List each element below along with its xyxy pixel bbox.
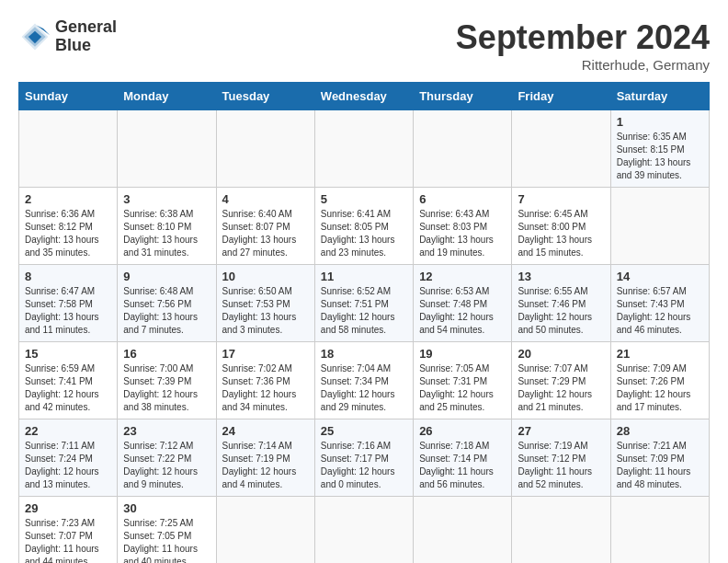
day-number: 26	[419, 424, 506, 438]
calendar-cell: 1 Sunrise: 6:35 AM Sunset: 8:15 PM Dayli…	[610, 110, 709, 188]
day-number: 20	[518, 347, 604, 361]
day-detail: Sunrise: 6:47 AM Sunset: 7:58 PM Dayligh…	[25, 285, 111, 337]
day-header-saturday: Saturday	[610, 83, 709, 110]
calendar-cell: 16 Sunrise: 7:00 AM Sunset: 7:39 PM Dayl…	[118, 342, 216, 419]
calendar-cell: 17 Sunrise: 7:02 AM Sunset: 7:36 PM Dayl…	[216, 342, 314, 419]
day-detail: Sunrise: 7:02 AM Sunset: 7:36 PM Dayligh…	[222, 362, 309, 414]
location-subtitle: Ritterhude, Germany	[456, 57, 710, 73]
week-row-2: 2 Sunrise: 6:36 AM Sunset: 8:12 PM Dayli…	[19, 188, 710, 265]
calendar-cell	[216, 497, 314, 564]
day-number: 5	[321, 192, 407, 206]
logo-text: General Blue	[55, 18, 117, 55]
day-number: 24	[222, 424, 309, 438]
day-detail: Sunrise: 6:45 AM Sunset: 8:00 PM Dayligh…	[518, 208, 604, 259]
calendar-cell: 14 Sunrise: 6:57 AM Sunset: 7:43 PM Dayl…	[610, 265, 709, 342]
day-detail: Sunrise: 7:07 AM Sunset: 7:29 PM Dayligh…	[518, 362, 604, 414]
calendar-cell: 18 Sunrise: 7:04 AM Sunset: 7:34 PM Dayl…	[314, 342, 413, 419]
calendar-cell: 27 Sunrise: 7:19 AM Sunset: 7:12 PM Dayl…	[512, 419, 610, 497]
calendar-cell	[610, 497, 709, 564]
calendar-cell: 3 Sunrise: 6:38 AM Sunset: 8:10 PM Dayli…	[118, 188, 216, 265]
day-number: 17	[222, 347, 309, 361]
day-detail: Sunrise: 6:53 AM Sunset: 7:48 PM Dayligh…	[419, 285, 506, 337]
week-row-6: 29 Sunrise: 7:23 AM Sunset: 7:07 PM Dayl…	[19, 497, 710, 564]
day-number: 29	[25, 501, 111, 515]
day-detail: Sunrise: 7:25 AM Sunset: 7:05 PM Dayligh…	[123, 517, 210, 563]
calendar-cell: 24 Sunrise: 7:14 AM Sunset: 7:19 PM Dayl…	[216, 419, 314, 497]
day-number: 22	[25, 424, 111, 438]
day-detail: Sunrise: 6:50 AM Sunset: 7:53 PM Dayligh…	[222, 285, 309, 337]
day-number: 2	[25, 192, 111, 206]
day-number: 13	[518, 270, 604, 283]
week-row-3: 8 Sunrise: 6:47 AM Sunset: 7:58 PM Dayli…	[19, 265, 710, 342]
day-header-thursday: Thursday	[414, 83, 512, 110]
day-detail: Sunrise: 7:16 AM Sunset: 7:17 PM Dayligh…	[321, 440, 407, 491]
day-number: 11	[321, 270, 407, 283]
day-detail: Sunrise: 6:41 AM Sunset: 8:05 PM Dayligh…	[321, 208, 407, 259]
day-detail: Sunrise: 6:57 AM Sunset: 7:43 PM Dayligh…	[617, 285, 703, 337]
calendar-cell: 30 Sunrise: 7:25 AM Sunset: 7:05 PM Dayl…	[118, 497, 216, 564]
calendar-cell: 6 Sunrise: 6:43 AM Sunset: 8:03 PM Dayli…	[414, 188, 512, 265]
day-detail: Sunrise: 6:59 AM Sunset: 7:41 PM Dayligh…	[25, 362, 111, 414]
week-row-1: 1 Sunrise: 6:35 AM Sunset: 8:15 PM Dayli…	[19, 110, 710, 188]
day-number: 9	[123, 270, 210, 283]
calendar-cell: 9 Sunrise: 6:48 AM Sunset: 7:56 PM Dayli…	[118, 265, 216, 342]
calendar-cell: 5 Sunrise: 6:41 AM Sunset: 8:05 PM Dayli…	[314, 188, 413, 265]
day-detail: Sunrise: 7:05 AM Sunset: 7:31 PM Dayligh…	[419, 362, 506, 414]
day-detail: Sunrise: 7:04 AM Sunset: 7:34 PM Dayligh…	[321, 362, 407, 414]
day-detail: Sunrise: 7:11 AM Sunset: 7:24 PM Dayligh…	[25, 440, 111, 491]
day-detail: Sunrise: 7:23 AM Sunset: 7:07 PM Dayligh…	[25, 517, 111, 563]
calendar-cell: 19 Sunrise: 7:05 AM Sunset: 7:31 PM Dayl…	[414, 342, 512, 419]
day-detail: Sunrise: 6:55 AM Sunset: 7:46 PM Dayligh…	[518, 285, 604, 337]
calendar-cell	[314, 497, 413, 564]
calendar-cell: 28 Sunrise: 7:21 AM Sunset: 7:09 PM Dayl…	[610, 419, 709, 497]
day-number: 30	[123, 501, 210, 515]
calendar-cell: 21 Sunrise: 7:09 AM Sunset: 7:26 PM Dayl…	[610, 342, 709, 419]
day-detail: Sunrise: 6:36 AM Sunset: 8:12 PM Dayligh…	[25, 208, 111, 259]
day-detail: Sunrise: 6:35 AM Sunset: 8:15 PM Dayligh…	[617, 131, 703, 182]
day-detail: Sunrise: 7:19 AM Sunset: 7:12 PM Dayligh…	[518, 440, 604, 491]
calendar-cell	[314, 110, 413, 188]
calendar-cell	[414, 110, 512, 188]
calendar-cell	[414, 497, 512, 564]
calendar-cell: 12 Sunrise: 6:53 AM Sunset: 7:48 PM Dayl…	[414, 265, 512, 342]
calendar-cell	[512, 110, 610, 188]
calendar-cell: 8 Sunrise: 6:47 AM Sunset: 7:58 PM Dayli…	[19, 265, 118, 342]
day-number: 8	[25, 270, 111, 283]
calendar-cell: 4 Sunrise: 6:40 AM Sunset: 8:07 PM Dayli…	[216, 188, 314, 265]
day-detail: Sunrise: 6:43 AM Sunset: 8:03 PM Dayligh…	[419, 208, 506, 259]
calendar-cell: 10 Sunrise: 6:50 AM Sunset: 7:53 PM Dayl…	[216, 265, 314, 342]
day-number: 15	[25, 347, 111, 361]
day-detail: Sunrise: 6:52 AM Sunset: 7:51 PM Dayligh…	[321, 285, 407, 337]
day-detail: Sunrise: 6:48 AM Sunset: 7:56 PM Dayligh…	[123, 285, 210, 337]
week-row-5: 22 Sunrise: 7:11 AM Sunset: 7:24 PM Dayl…	[19, 419, 710, 497]
day-number: 19	[419, 347, 506, 361]
calendar-cell: 13 Sunrise: 6:55 AM Sunset: 7:46 PM Dayl…	[512, 265, 610, 342]
day-number: 25	[321, 424, 407, 438]
day-detail: Sunrise: 7:14 AM Sunset: 7:19 PM Dayligh…	[222, 440, 309, 491]
calendar-cell	[216, 110, 314, 188]
day-number: 16	[123, 347, 210, 361]
week-row-4: 15 Sunrise: 6:59 AM Sunset: 7:41 PM Dayl…	[19, 342, 710, 419]
day-detail: Sunrise: 7:00 AM Sunset: 7:39 PM Dayligh…	[123, 362, 210, 414]
calendar-cell: 20 Sunrise: 7:07 AM Sunset: 7:29 PM Dayl…	[512, 342, 610, 419]
day-number: 18	[321, 347, 407, 361]
day-header-wednesday: Wednesday	[314, 83, 413, 110]
calendar-cell: 11 Sunrise: 6:52 AM Sunset: 7:51 PM Dayl…	[314, 265, 413, 342]
calendar-cell: 2 Sunrise: 6:36 AM Sunset: 8:12 PM Dayli…	[19, 188, 118, 265]
day-detail: Sunrise: 7:12 AM Sunset: 7:22 PM Dayligh…	[123, 440, 210, 491]
day-number: 28	[617, 424, 703, 438]
page-header: General Blue September 2024 Ritterhude, …	[18, 18, 710, 73]
day-header-tuesday: Tuesday	[216, 83, 314, 110]
calendar-cell	[610, 188, 709, 265]
day-detail: Sunrise: 6:40 AM Sunset: 8:07 PM Dayligh…	[222, 208, 309, 259]
day-number: 6	[419, 192, 506, 206]
calendar-cell	[512, 497, 610, 564]
logo-icon	[18, 20, 51, 53]
header-row: SundayMondayTuesdayWednesdayThursdayFrid…	[19, 83, 710, 110]
day-number: 21	[617, 347, 703, 361]
day-number: 4	[222, 192, 309, 206]
calendar-cell: 26 Sunrise: 7:18 AM Sunset: 7:14 PM Dayl…	[414, 419, 512, 497]
calendar-cell: 25 Sunrise: 7:16 AM Sunset: 7:17 PM Dayl…	[314, 419, 413, 497]
day-detail: Sunrise: 7:18 AM Sunset: 7:14 PM Dayligh…	[419, 440, 506, 491]
calendar-cell: 29 Sunrise: 7:23 AM Sunset: 7:07 PM Dayl…	[19, 497, 118, 564]
